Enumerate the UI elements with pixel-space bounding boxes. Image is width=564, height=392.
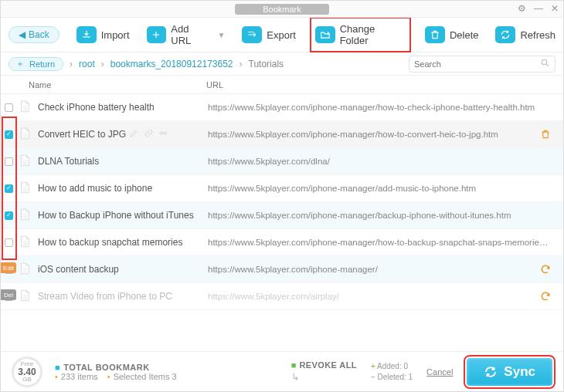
sync-icon: [484, 365, 498, 379]
column-name[interactable]: Name: [29, 80, 206, 90]
import-icon: [76, 26, 97, 43]
file-icon: [18, 99, 33, 117]
row-name: How to backup snapchat memories: [38, 237, 208, 248]
gauge-free-value: 3.40: [18, 367, 36, 377]
row-checkbox[interactable]: [1, 238, 16, 247]
file-icon: [18, 234, 33, 252]
delete-label: Delete: [450, 29, 479, 41]
link-icon[interactable]: [144, 128, 154, 140]
row-url: https://www.5kplayer.com/dlna/: [208, 157, 552, 166]
cancel-button[interactable]: Cancel: [426, 367, 453, 377]
back-button[interactable]: ◀ Back: [8, 26, 59, 43]
row-actions: [129, 128, 168, 140]
row-checkbox[interactable]: [1, 157, 16, 166]
window-title: Bookmark: [235, 4, 329, 15]
file-icon: [18, 180, 33, 198]
change-folder-icon: [315, 26, 335, 43]
list-header: Name URL: [1, 76, 563, 94]
add-url-icon: [147, 26, 167, 43]
selected-count: Selected Items 3: [114, 372, 177, 381]
bookmark-list: Check iPhone battery healthhttps://www.5…: [1, 94, 563, 310]
row-checkbox[interactable]: [1, 211, 16, 220]
file-icon: [18, 207, 33, 225]
row-url: https://www.5kplayer.com/iphone-manager/…: [208, 238, 552, 247]
add-url-label: Add URL: [171, 23, 211, 46]
back-arrow-icon: ◀: [19, 29, 25, 40]
row-name: DLNA Toturials: [38, 156, 208, 167]
row-url: https://www.5kplayer.com/airplay/: [208, 292, 539, 301]
table-row[interactable]: DelStream Video from iPhone to PChttps:/…: [1, 283, 563, 310]
table-row[interactable]: EditiOS content backuphttps://www.5kplay…: [1, 256, 563, 283]
chevron-down-icon[interactable]: ▼: [217, 31, 225, 39]
minimize-icon[interactable]: —: [534, 3, 543, 14]
row-checkbox[interactable]: [1, 103, 16, 112]
import-label: Import: [101, 29, 130, 41]
import-button[interactable]: Import: [76, 26, 130, 43]
totals-block: ■TOTAL BOOKMARK •233 items •Selected Ite…: [55, 363, 177, 381]
svg-point-1: [160, 132, 162, 134]
search-icon[interactable]: [540, 58, 550, 70]
table-row[interactable]: How to backup snapchat memorieshttps://w…: [1, 229, 563, 256]
table-row[interactable]: Check iPhone battery healthhttps://www.5…: [1, 94, 563, 121]
row-url: https://www.5kplayer.com/iphone-manager/…: [208, 103, 552, 112]
table-row[interactable]: How to add music to iphonehttps://www.5k…: [1, 175, 563, 202]
row-name: Check iPhone battery health: [38, 102, 208, 113]
row-checkbox[interactable]: [1, 130, 16, 139]
change-counts: + Added: 0 − Deleted: 1: [371, 361, 413, 383]
row-name: How to Backup iPhone without iTunes: [38, 210, 208, 221]
svg-point-0: [542, 59, 547, 65]
return-icon: [17, 60, 26, 68]
total-bookmark-label: TOTAL BOOKMARK: [63, 363, 150, 372]
file-icon: [18, 153, 33, 171]
row-name: Convert HEIC to JPG: [38, 128, 208, 140]
table-row[interactable]: How to Backup iPhone without iTuneshttps…: [1, 202, 563, 229]
row-checkbox[interactable]: [1, 184, 16, 193]
row-trash-icon[interactable]: [539, 129, 552, 140]
del-badge: Del: [1, 289, 16, 300]
file-icon: [18, 126, 33, 144]
revoke-all-button[interactable]: REVOKE ALL: [299, 360, 357, 370]
refresh-button[interactable]: Refresh: [495, 26, 556, 43]
row-url: https://www.5kplayer.com/iphone-manager/…: [208, 184, 552, 193]
items-count: 233 items: [61, 372, 98, 381]
crumb-root[interactable]: root: [79, 59, 95, 69]
table-row[interactable]: DLNA Toturialshttps://www.5kplayer.com/d…: [1, 148, 563, 175]
breadcrumb-bar: Return › root › bookmarks_20180912173652…: [1, 52, 563, 76]
return-button[interactable]: Return: [8, 57, 63, 71]
crumb-folder[interactable]: bookmarks_20180912173652: [110, 59, 233, 69]
svg-point-2: [165, 132, 167, 134]
settings-gear-icon[interactable]: ⚙: [518, 3, 526, 14]
storage-gauge: Free 3.40 GB: [12, 357, 42, 387]
delete-button[interactable]: Delete: [425, 26, 479, 43]
revoke-arrow-icon: ↳: [291, 371, 300, 383]
row-name: iOS content backup: [38, 264, 208, 275]
back-label: Back: [29, 29, 49, 40]
row-undo-icon[interactable]: [539, 291, 552, 302]
export-label: Export: [267, 29, 296, 41]
export-button[interactable]: Export: [242, 26, 296, 43]
edit-badge: Edit: [1, 262, 16, 273]
row-url: https://www.5kplayer.com/iphone-manager/: [208, 265, 539, 274]
crumb-current: Tutorials: [249, 59, 284, 69]
search-input[interactable]: [414, 59, 540, 69]
gauge-free-unit: GB: [22, 377, 32, 383]
search-box[interactable]: [409, 56, 556, 73]
edit-icon[interactable]: [129, 128, 139, 140]
close-icon[interactable]: ✕: [551, 3, 559, 14]
export-icon: [242, 26, 262, 43]
refresh-icon: [495, 26, 515, 43]
change-folder-button[interactable]: Change Folder: [313, 20, 408, 49]
return-label: Return: [29, 59, 55, 69]
chain-icon[interactable]: [158, 128, 168, 140]
add-url-button[interactable]: Add URL ▼: [147, 23, 226, 46]
main-toolbar: ◀ Back Import Add URL ▼ Export Change Fo…: [1, 18, 563, 52]
footer-bar: Free 3.40 GB ■TOTAL BOOKMARK •233 items …: [1, 351, 563, 391]
refresh-label: Refresh: [520, 29, 556, 41]
sync-button[interactable]: Sync: [467, 358, 552, 386]
file-icon: [18, 288, 33, 306]
row-undo-icon[interactable]: [539, 264, 552, 275]
sync-label: Sync: [504, 364, 535, 380]
table-row[interactable]: Convert HEIC to JPGhttps://www.5kplayer.…: [1, 121, 563, 148]
row-name: How to add music to iphone: [38, 183, 208, 194]
column-url[interactable]: URL: [206, 80, 223, 90]
